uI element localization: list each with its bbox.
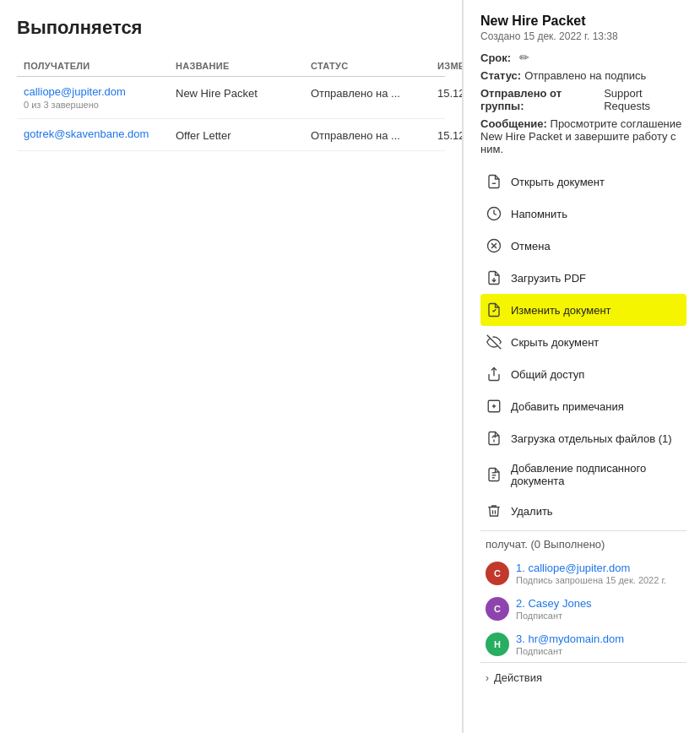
deadline-row: Срок: ✏ — [480, 51, 686, 64]
recipient-info: 2. Casey Jones Подписант — [516, 597, 681, 621]
actions-footer[interactable]: › Действия — [480, 662, 686, 692]
actions-list: Открыть документ Напомнить Отмена — [480, 166, 686, 527]
message-label: Сообщение: — [480, 117, 547, 130]
recipient-sub: 0 из 3 завершено — [24, 100, 176, 110]
action-share-label: Общий доступ — [511, 368, 584, 381]
action-hide-doc[interactable]: Скрыть документ — [480, 326, 686, 358]
action-remind-label: Напомнить — [511, 208, 567, 220]
table-row[interactable]: calliope@jupiter.dom 0 из 3 завершено Ne… — [17, 77, 445, 119]
download-pdf-icon — [486, 269, 502, 286]
status-row: Статус: Отправлено на подпись — [480, 69, 686, 82]
recipient-cell: calliope@jupiter.dom 0 из 3 завершено — [24, 85, 176, 110]
action-upload-files-label: Загрузка отдельных файлов (1) — [511, 432, 672, 445]
action-delete[interactable]: Удалить — [480, 495, 686, 527]
recipient-name[interactable]: 3. hr@mydomain.dom — [516, 633, 681, 645]
action-download-pdf-label: Загрузить PDF — [511, 272, 586, 285]
recipient-item: H 3. hr@mydomain.dom Подписант — [480, 627, 686, 662]
action-add-notes-label: Добавить примечания — [511, 400, 624, 413]
recipient-name[interactable]: 1. calliope@jupiter.dom — [516, 562, 681, 574]
recipients-list: C 1. calliope@jupiter.dom Подпись запрош… — [480, 556, 686, 662]
doc-name: New Hire Packet — [176, 85, 311, 100]
action-edit-doc-label: Изменить документ — [511, 304, 611, 317]
action-remind[interactable]: Напомнить — [480, 198, 686, 230]
avatar: C — [486, 562, 509, 585]
recipient-item: C 1. calliope@jupiter.dom Подпись запрош… — [480, 556, 686, 591]
actions-footer-label: Действия — [494, 671, 542, 684]
deadline-label: Срок: — [480, 52, 511, 64]
right-panel: New Hire Packet Создано 15 дек. 2022 г. … — [463, 0, 700, 733]
recipient-info: 1. calliope@jupiter.dom Подпись запрошен… — [516, 562, 681, 585]
delete-icon — [486, 502, 502, 519]
recipient-email[interactable]: calliope@jupiter.dom — [24, 85, 176, 98]
action-add-signed[interactable]: Добавление подписанного документа — [480, 454, 686, 495]
documents-table: ПОЛУЧАТЕЛИ НАЗВАНИЕ СТАТУС ИЗМЕНЕНО ↓ ca… — [17, 56, 445, 151]
recipient-cell: gotrek@skavenbane.dom — [24, 128, 176, 142]
col-modified: ИЗМЕНЕНО ↓ — [437, 61, 463, 71]
action-share[interactable]: Общий доступ — [480, 358, 686, 390]
table-header: ПОЛУЧАТЕЛИ НАЗВАНИЕ СТАТУС ИЗМЕНЕНО ↓ — [17, 56, 445, 77]
message-block: Сообщение: Просмотрите соглашение New Hi… — [480, 117, 686, 155]
recipient-info: 3. hr@mydomain.dom Подписант — [516, 633, 681, 656]
action-cancel-label: Отмена — [511, 240, 551, 252]
share-icon — [486, 366, 502, 383]
edit-doc-icon — [486, 301, 502, 318]
remind-icon — [486, 205, 502, 222]
left-panel: Выполняется ПОЛУЧАТЕЛИ НАЗВАНИЕ СТАТУС И… — [0, 0, 463, 733]
group-label: Отправлено от группы: — [480, 87, 600, 112]
action-upload-files[interactable]: Загрузка отдельных файлов (1) — [480, 422, 686, 454]
action-edit-doc[interactable]: Изменить документ — [480, 294, 686, 326]
action-open-doc-label: Открыть документ — [511, 176, 605, 188]
cancel-icon — [486, 237, 502, 254]
col-name: НАЗВАНИЕ — [176, 61, 311, 71]
avatar: C — [486, 597, 509, 621]
avatar: H — [486, 633, 509, 656]
recipient-email[interactable]: gotrek@skavenbane.dom — [24, 128, 176, 140]
recipient-role: Подписант — [516, 611, 681, 621]
action-delete-label: Удалить — [511, 505, 553, 518]
group-row: Отправлено от группы: Support Requests — [480, 87, 686, 112]
panel-title: New Hire Packet — [480, 14, 686, 29]
modified-date: 15.12.2022 — [437, 128, 463, 142]
action-hide-doc-label: Скрыть документ — [511, 336, 599, 349]
page-title: Выполняется — [17, 17, 445, 39]
add-notes-icon — [486, 398, 502, 415]
status-cell: Отправлено на ... — [311, 85, 437, 100]
add-signed-icon — [486, 466, 502, 483]
table-row[interactable]: gotrek@skavenbane.dom Offer Letter Отпра… — [17, 119, 445, 151]
action-open-doc[interactable]: Открыть документ — [480, 166, 686, 198]
recipients-header: получат. (0 Выполнено) — [480, 530, 686, 556]
modified-date: 15.12.2022 — [437, 85, 463, 100]
status-value: Отправлено на подпись — [524, 69, 646, 82]
hide-doc-icon — [486, 334, 502, 350]
panel-created: Создано 15 дек. 2022 г. 13:38 — [480, 30, 686, 42]
col-status: СТАТУС — [311, 61, 437, 71]
col-recipients: ПОЛУЧАТЕЛИ — [24, 61, 176, 71]
recipient-role: Подпись запрошена 15 дек. 2022 г. — [516, 575, 681, 585]
status-label: Статус: — [480, 69, 521, 82]
edit-deadline-icon[interactable]: ✏ — [519, 51, 529, 64]
status-cell: Отправлено на ... — [311, 128, 437, 142]
action-cancel[interactable]: Отмена — [480, 230, 686, 262]
recipient-role: Подписант — [516, 646, 681, 656]
upload-files-icon — [486, 430, 502, 447]
action-add-notes[interactable]: Добавить примечания — [480, 390, 686, 422]
recipient-name[interactable]: 2. Casey Jones — [516, 597, 681, 610]
action-download-pdf[interactable]: Загрузить PDF — [480, 262, 686, 294]
group-value: Support Requests — [604, 87, 686, 112]
doc-name: Offer Letter — [176, 128, 311, 142]
open-doc-icon — [486, 173, 502, 190]
recipient-item: C 2. Casey Jones Подписант — [480, 591, 686, 627]
action-add-signed-label: Добавление подписанного документа — [511, 462, 681, 487]
chevron-right-icon: › — [486, 672, 489, 684]
